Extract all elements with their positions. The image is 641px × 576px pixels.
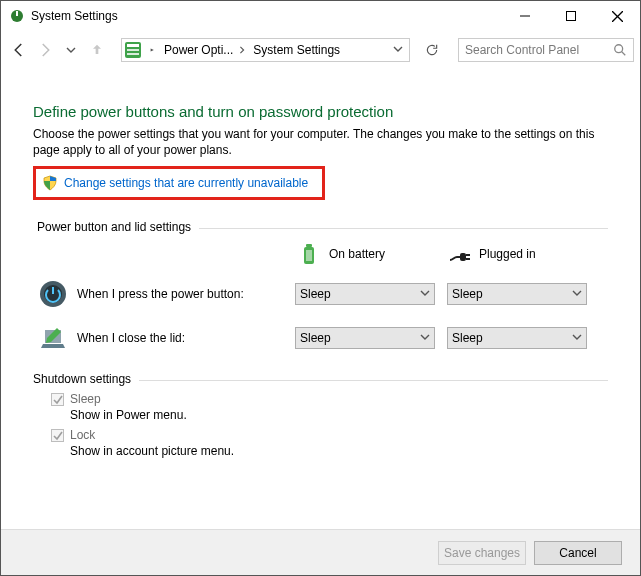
breadcrumb-caret-1[interactable] xyxy=(235,39,249,61)
select-value: Sleep xyxy=(452,331,483,345)
breadcrumb-history-caret[interactable] xyxy=(393,43,409,57)
checkbox-label: Sleep xyxy=(70,392,101,406)
svg-rect-3 xyxy=(567,12,576,21)
close-lid-battery-select[interactable]: Sleep xyxy=(295,327,435,349)
back-button[interactable] xyxy=(7,38,31,62)
col-on-battery: On battery xyxy=(297,242,447,266)
svg-rect-7 xyxy=(127,44,139,47)
footer: Save changes Cancel xyxy=(1,529,640,575)
search-input[interactable]: Search Control Panel xyxy=(458,38,634,62)
power-button-icon xyxy=(37,278,69,310)
chevron-down-icon xyxy=(420,331,430,345)
content-area: Define power buttons and turn on passwor… xyxy=(1,69,640,529)
power-button-battery-select[interactable]: Sleep xyxy=(295,283,435,305)
laptop-lid-icon xyxy=(37,322,69,354)
battery-icon xyxy=(297,242,321,266)
row-power-button: When I press the power button: Sleep Sle… xyxy=(33,278,608,310)
checkbox-icon xyxy=(51,393,64,406)
col-plugged-in: Plugged in xyxy=(447,242,597,266)
maximize-button[interactable] xyxy=(548,1,594,31)
checkbox-sleep-sub: Show in Power menu. xyxy=(70,408,608,422)
select-value: Sleep xyxy=(452,287,483,301)
column-headers: On battery Plugged in xyxy=(33,242,608,266)
change-settings-link[interactable]: Change settings that are currently unava… xyxy=(64,176,308,190)
forward-button[interactable] xyxy=(33,38,57,62)
svg-point-10 xyxy=(615,45,623,53)
section-power-lid: Power button and lid settings xyxy=(37,220,608,236)
section-shutdown: Shutdown settings xyxy=(33,372,608,388)
nav-toolbar: Power Opti... System Settings Search Con… xyxy=(1,31,640,69)
select-value: Sleep xyxy=(300,331,331,345)
row-label: When I press the power button: xyxy=(77,287,295,301)
breadcrumb-item-power-options[interactable]: Power Opti... xyxy=(160,39,235,61)
close-lid-plugged-select[interactable]: Sleep xyxy=(447,327,587,349)
chevron-down-icon xyxy=(420,287,430,301)
row-label: When I close the lid: xyxy=(77,331,295,345)
row-close-lid: When I close the lid: Sleep Sleep xyxy=(33,322,608,354)
plug-icon xyxy=(447,242,471,266)
save-button[interactable]: Save changes xyxy=(438,541,526,565)
search-icon xyxy=(613,43,627,57)
shield-icon xyxy=(42,175,58,191)
checkbox-sleep[interactable]: Sleep xyxy=(51,392,608,406)
refresh-button[interactable] xyxy=(418,38,446,62)
svg-rect-1 xyxy=(16,11,18,16)
chevron-down-icon xyxy=(572,331,582,345)
svg-rect-9 xyxy=(127,53,139,55)
window-title: System Settings xyxy=(31,9,118,23)
page-description: Choose the power settings that you want … xyxy=(33,126,608,158)
minimize-button[interactable] xyxy=(502,1,548,31)
checkbox-lock[interactable]: Lock xyxy=(51,428,608,442)
button-label: Save changes xyxy=(444,546,520,560)
checkbox-icon xyxy=(51,429,64,442)
checkbox-label: Lock xyxy=(70,428,95,442)
titlebar: System Settings xyxy=(1,1,640,31)
svg-rect-14 xyxy=(306,250,312,261)
breadcrumb-label: System Settings xyxy=(253,43,340,57)
cancel-button[interactable]: Cancel xyxy=(534,541,622,565)
app-icon xyxy=(9,8,25,24)
chevron-down-icon xyxy=(572,287,582,301)
checkbox-lock-sub: Show in account picture menu. xyxy=(70,444,608,458)
svg-rect-15 xyxy=(460,253,466,261)
up-button[interactable] xyxy=(85,38,109,62)
close-button[interactable] xyxy=(594,1,640,31)
breadcrumb[interactable]: Power Opti... System Settings xyxy=(121,38,410,62)
section-label: Shutdown settings xyxy=(33,372,139,386)
control-panel-icon xyxy=(124,41,142,59)
page-heading: Define power buttons and turn on passwor… xyxy=(33,103,608,120)
breadcrumb-root-caret[interactable] xyxy=(146,39,160,61)
search-placeholder: Search Control Panel xyxy=(465,43,613,57)
section-label: Power button and lid settings xyxy=(37,220,199,234)
breadcrumb-label: Power Opti... xyxy=(164,43,233,57)
svg-rect-8 xyxy=(127,49,139,51)
change-settings-highlight: Change settings that are currently unava… xyxy=(33,166,325,200)
col-label: On battery xyxy=(329,247,385,261)
power-button-plugged-select[interactable]: Sleep xyxy=(447,283,587,305)
button-label: Cancel xyxy=(559,546,596,560)
recent-dropdown[interactable] xyxy=(59,38,83,62)
col-label: Plugged in xyxy=(479,247,536,261)
breadcrumb-item-system-settings[interactable]: System Settings xyxy=(249,39,342,61)
select-value: Sleep xyxy=(300,287,331,301)
svg-line-11 xyxy=(622,52,626,56)
svg-rect-13 xyxy=(306,244,312,247)
